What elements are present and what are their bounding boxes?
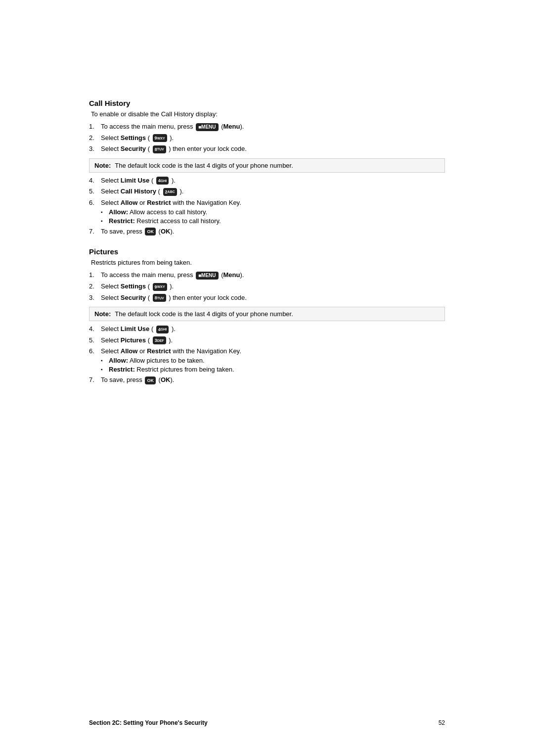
settings-key-badge-2: 9WXY — [153, 283, 167, 291]
pic-step-6: 6. Select Allow or Restrict with the Nav… — [89, 347, 445, 373]
step-7: 7. To save, press OK (OK). — [89, 228, 445, 236]
step-1: 1. To access the main menu, press ■MENU … — [89, 123, 445, 131]
step-6: 6. Select Allow or Restrict with the Nav… — [89, 199, 445, 225]
pictures-steps-1: 1. To access the main menu, press ■MENU … — [89, 271, 445, 302]
note-text-2: The default lock code is the last 4 digi… — [115, 310, 293, 318]
note-label-2: Note: — [94, 310, 111, 318]
call-history-steps-2: 4. Select Limit Use ( 4GHI ). 5. Select … — [89, 177, 445, 236]
step-3: 3. Select Security ( 8TUV ) then enter y… — [89, 145, 445, 153]
step-4: 4. Select Limit Use ( 4GHI ). — [89, 177, 445, 185]
ok-key-badge-2: OK — [145, 377, 156, 384]
pictures-key-badge: 3DEF — [153, 336, 166, 344]
pictures-steps-2: 4. Select Limit Use ( 4GHI ). 5. Select … — [89, 325, 445, 384]
pic-sub-allow: Allow: Allow pictures to be taken. — [101, 357, 445, 364]
pictures-section: Pictures Restricts pictures from being t… — [89, 247, 445, 384]
pic-step-5: 5. Select Pictures ( 3DEF ). — [89, 336, 445, 345]
note-text-1: The default lock code is the last 4 digi… — [115, 162, 293, 169]
security-key-badge-2: 8TUV — [153, 294, 166, 302]
pic-step-1: 1. To access the main menu, press ■MENU … — [89, 271, 445, 280]
pic-sub-restrict: Restrict: Restrict pictures from being t… — [101, 366, 445, 373]
callhistory-key-badge: 2ABC — [163, 188, 177, 196]
note-label-1: Note: — [94, 162, 111, 169]
call-history-steps-1: 1. To access the main menu, press ■MENU … — [89, 123, 445, 153]
limituse-key-badge-1: 4GHI — [156, 177, 169, 185]
pic-step-4: 4. Select Limit Use ( 4GHI ). — [89, 325, 445, 333]
step-2: 2. Select Settings ( 9WXY ). — [89, 134, 445, 142]
pictures-note-box: Note: The default lock code is the last … — [89, 307, 445, 321]
security-key-badge-1: 8TUV — [153, 145, 166, 153]
pic-step-3: 3. Select Security ( 8TUV ) then enter y… — [89, 294, 445, 302]
sub-restrict-1: Restrict: Restrict access to call histor… — [101, 217, 445, 225]
call-history-section: Call History To enable or disable the Ca… — [89, 99, 445, 236]
pic-step-2: 2. Select Settings ( 9WXY ). — [89, 283, 445, 291]
settings-key-badge-1: 9WXY — [153, 134, 167, 142]
footer-section-label: Section 2C: Setting Your Phone's Securit… — [89, 719, 208, 726]
pictures-title: Pictures — [89, 247, 445, 256]
call-history-title: Call History — [89, 99, 445, 107]
limituse-key-badge-2: 4GHI — [156, 326, 169, 333]
page: Call History To enable or disable the Ca… — [0, 0, 534, 756]
pic-step-7: 7. To save, press OK (OK). — [89, 376, 445, 384]
step-5: 5. Select Call History ( 2ABC ). — [89, 188, 445, 196]
sub-allow-1: Allow: Allow access to call history. — [101, 208, 445, 216]
ok-key-badge-1: OK — [145, 228, 156, 236]
menu-key-badge-2: ■MENU — [196, 272, 218, 280]
call-history-subtitle: To enable or disable the Call History di… — [89, 110, 445, 118]
page-footer: Section 2C: Setting Your Phone's Securit… — [89, 719, 445, 726]
pictures-sub-list: Allow: Allow pictures to be taken. Restr… — [101, 357, 445, 373]
page-number: 52 — [439, 719, 445, 726]
menu-key-badge-1: ■MENU — [196, 123, 218, 131]
pictures-subtitle: Restricts pictures from being taken. — [89, 259, 445, 266]
call-history-note-box: Note: The default lock code is the last … — [89, 158, 445, 173]
call-history-sub-list: Allow: Allow access to call history. Res… — [101, 208, 445, 225]
